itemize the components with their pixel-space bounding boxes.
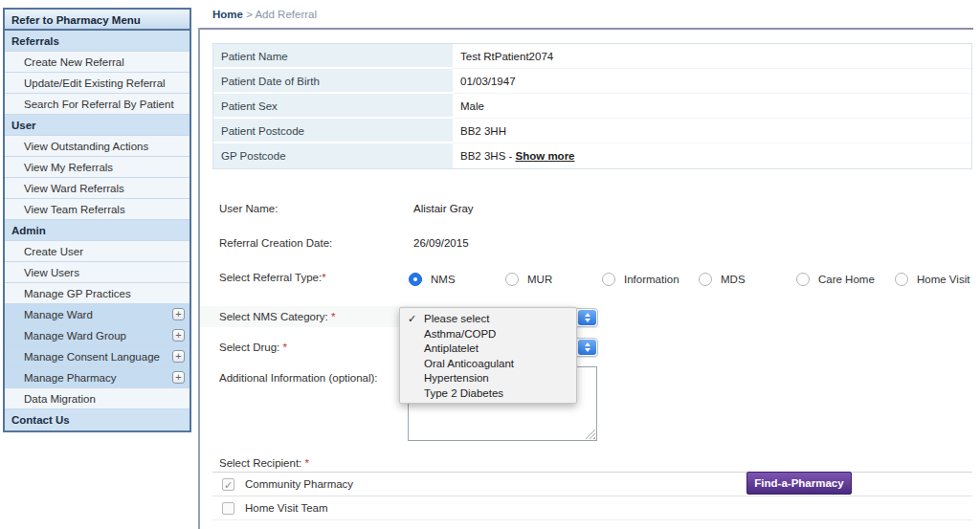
dropdown-option-hypertension[interactable]: Hypertension <box>400 371 576 386</box>
dropdown-option-type-2-diabetes[interactable]: Type 2 Diabetes <box>400 386 576 402</box>
sidebar-item-manage-ward-group[interactable]: Manage Ward Group + <box>5 325 189 346</box>
sidebar-section-contact-us[interactable]: Contact Us <box>5 409 189 430</box>
sidebar-item-create-new-referral[interactable]: Create New Referral <box>5 52 189 73</box>
table-row: Patient Postcode BB2 3HH <box>213 119 971 143</box>
recipient-list: ✓ Community Pharmacy Home Visit Team <box>212 472 972 520</box>
sidebar-item-manage-gp-practices[interactable]: Manage GP Practices <box>5 283 189 304</box>
find-a-pharmacy-button[interactable]: Find-a-Pharmacy <box>746 472 852 495</box>
sidebar-item-label: Manage Ward <box>24 304 93 325</box>
table-row: GP Postcode BB2 3HS - Show more <box>213 143 971 168</box>
user-name-label: User Name: <box>219 203 278 214</box>
patient-postcode-label: Patient Postcode <box>213 119 453 143</box>
expand-plus-icon[interactable]: + <box>172 371 185 384</box>
radio-option-mds[interactable]: MDS <box>699 273 746 286</box>
recipient-option-label: Home Visit Team <box>245 502 328 514</box>
expand-plus-icon[interactable]: + <box>172 350 185 363</box>
expand-plus-icon[interactable]: + <box>172 329 185 342</box>
sidebar-item-view-users[interactable]: View Users <box>5 262 189 283</box>
sidebar-item-manage-pharmacy[interactable]: Manage Pharmacy + <box>5 367 189 388</box>
header-divider <box>198 28 973 30</box>
recipient-option-home-visit-team[interactable]: Home Visit Team <box>212 496 972 520</box>
radio-label: MDS <box>721 274 746 285</box>
patient-postcode-value: BB2 3HH <box>453 119 971 143</box>
table-row: Patient Sex Male <box>213 94 971 119</box>
sidebar-item-search-for-referral-by-patient[interactable]: Search For Referral By Patient <box>5 94 189 115</box>
recipient-option-community-pharmacy[interactable]: ✓ Community Pharmacy <box>212 473 972 496</box>
breadcrumb-current: Add Referral <box>255 9 317 20</box>
radio-option-home-visit[interactable]: Home Visit <box>895 273 969 286</box>
show-more-link[interactable]: Show more <box>516 150 575 162</box>
dropdown-option-label: Hypertension <box>424 372 489 384</box>
select-stepper-icon[interactable] <box>578 340 596 355</box>
sidebar-item-label: Manage Ward Group <box>24 325 126 346</box>
dropdown-option-label: Type 2 Diabetes <box>424 387 503 399</box>
radio-icon[interactable] <box>895 273 908 286</box>
radio-icon[interactable] <box>699 273 712 286</box>
creation-date-label: Referral Creation Date: <box>219 237 332 249</box>
patient-dob-label: Patient Date of Birth <box>213 69 453 94</box>
drug-label: Select Drug: * <box>219 342 287 353</box>
patient-name-label: Patient Name <box>213 44 453 69</box>
patient-sex-label: Patient Sex <box>213 94 453 119</box>
radio-label: MUR <box>527 274 552 285</box>
required-asterisk: * <box>282 342 286 353</box>
creation-date-value: 26/09/2015 <box>413 237 469 249</box>
sidebar-item-data-migration[interactable]: Data Migration <box>5 388 189 409</box>
sidebar-item-manage-ward[interactable]: Manage Ward + <box>5 304 189 325</box>
user-name-value: Alistair Gray <box>413 203 474 214</box>
additional-info-label: Additional Information (optional): <box>219 372 378 384</box>
sidebar-item-view-outstanding-actions[interactable]: View Outstanding Actions <box>5 136 189 157</box>
sidebar-section-user[interactable]: User <box>5 115 189 136</box>
patient-sex-value: Male <box>453 94 971 119</box>
radio-selected-icon[interactable] <box>409 273 422 286</box>
checkbox-icon[interactable] <box>222 502 234 515</box>
dropdown-option-label: Asthma/COPD <box>424 328 496 340</box>
radio-label: Home Visit <box>917 274 969 285</box>
radio-icon[interactable] <box>505 273 519 286</box>
sidebar-item-view-my-referrals[interactable]: View My Referrals <box>5 157 189 178</box>
gp-postcode-text: BB2 3HS - <box>460 150 516 162</box>
sidebar-menu: Refer to Pharmacy Menu Referrals Create … <box>3 8 191 432</box>
sidebar-item-view-team-referrals[interactable]: View Team Referrals <box>5 199 189 220</box>
radio-icon[interactable] <box>796 273 810 286</box>
dropdown-option-label: Antiplatelet <box>424 342 479 354</box>
dropdown-option-oral-anticoagulant[interactable]: Oral Anticoagulant <box>400 357 576 372</box>
patient-dob-value: 01/03/1947 <box>453 69 971 94</box>
dropdown-option-asthma-copd[interactable]: Asthma/COPD <box>400 327 576 342</box>
dropdown-option-label: Please select <box>424 313 489 324</box>
radio-option-mur[interactable]: MUR <box>505 273 552 286</box>
sidebar-item-update-edit-existing-referral[interactable]: Update/Edit Existing Referral <box>5 73 189 94</box>
sidebar-section-admin[interactable]: Admin <box>5 220 189 241</box>
dropdown-option-please-select[interactable]: ✓ Please select <box>400 312 576 327</box>
breadcrumb-home-link[interactable]: Home <box>212 9 243 20</box>
sidebar-item-create-user[interactable]: Create User <box>5 241 189 262</box>
radio-icon[interactable] <box>602 273 615 286</box>
gp-postcode-label: GP Postcode <box>213 143 453 168</box>
dropdown-option-label: Oral Anticoagulant <box>424 358 514 369</box>
radio-label: NMS <box>431 274 456 285</box>
sidebar-item-manage-consent-language[interactable]: Manage Consent Language + <box>5 346 189 367</box>
dropdown-option-antiplatelet[interactable]: Antiplatelet <box>400 342 576 357</box>
radio-option-nms[interactable]: NMS <box>409 273 456 286</box>
radio-option-information[interactable]: Information <box>602 273 679 286</box>
radio-label: Care Home <box>818 274 875 285</box>
checkbox-checked-icon[interactable]: ✓ <box>222 478 234 491</box>
breadcrumb-separator: > <box>246 9 253 20</box>
expand-plus-icon[interactable]: + <box>172 308 185 320</box>
sidebar-item-view-ward-referrals[interactable]: View Ward Referrals <box>5 178 189 199</box>
sidebar-item-label: Manage Consent Language <box>24 346 160 367</box>
recipient-option-label: Community Pharmacy <box>245 478 353 490</box>
required-asterisk: * <box>331 311 335 322</box>
referral-type-label: Select Referral Type:* <box>219 272 326 283</box>
select-stepper-icon[interactable] <box>578 310 596 325</box>
breadcrumb: Home > Add Referral <box>212 9 317 20</box>
nms-category-dropdown-menu: ✓ Please select Asthma/COPD Antiplatelet… <box>399 307 577 404</box>
sidebar-section-referrals[interactable]: Referrals <box>5 31 189 52</box>
sidebar-item-label: Manage Pharmacy <box>24 367 117 388</box>
sidebar-title: Refer to Pharmacy Menu <box>5 10 189 31</box>
radio-option-care-home[interactable]: Care Home <box>796 273 875 286</box>
checkmark-icon: ✓ <box>408 312 416 327</box>
radio-label: Information <box>624 274 679 285</box>
table-row: Patient Name Test RtPatient2074 <box>213 44 971 69</box>
content-left-border <box>198 28 200 529</box>
